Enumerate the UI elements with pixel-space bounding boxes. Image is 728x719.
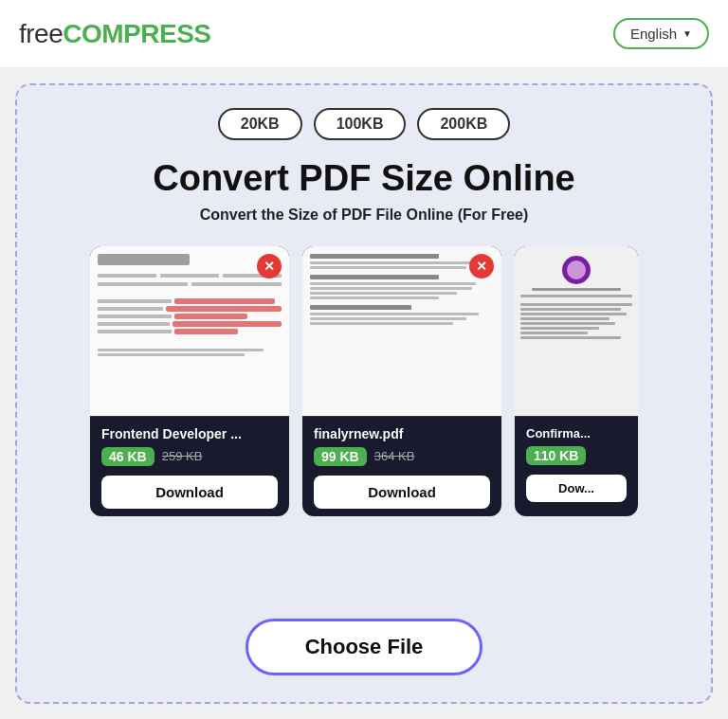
cert-line — [520, 308, 621, 311]
card-3-filename: Confirma... — [526, 426, 627, 440]
card-3-preview — [515, 246, 638, 417]
page-title: Convert PDF Size Online — [153, 159, 575, 199]
bar-label — [98, 315, 172, 318]
item-title — [310, 305, 411, 310]
cert-line — [520, 317, 610, 320]
cert-logo — [562, 256, 591, 284]
header: freeCOMPRESS English ▼ — [0, 0, 728, 68]
card-3-info: Confirma... 110 KB Dow... — [515, 417, 638, 510]
text-line — [98, 349, 264, 351]
preview-row — [98, 274, 282, 278]
download-button-1[interactable]: Download — [101, 476, 278, 509]
text-block — [191, 282, 282, 286]
bar-fill — [174, 314, 248, 319]
bar-row — [98, 306, 282, 312]
cert-line — [520, 322, 615, 325]
card-1-size-old: 259 KB — [162, 449, 203, 463]
choose-file-button[interactable]: Choose File — [246, 619, 483, 675]
logo: freeCOMPRESS — [19, 19, 211, 49]
card-1-info: Frontend Developer ... 46 KB 259 KB Down… — [90, 417, 289, 516]
main-content: 20KB 100KB 200KB Convert PDF Size Online… — [15, 83, 713, 704]
text-block — [160, 274, 219, 278]
numbered-item-2 — [310, 275, 494, 299]
item-title — [310, 275, 439, 279]
card-2-size-old: 364 KB — [374, 449, 415, 463]
bottom-text — [98, 349, 282, 356]
card-2-filename: finalyrnew.pdf — [314, 426, 490, 441]
item-text — [310, 322, 453, 325]
file-cards-row: ✕ Frontend Developer ... 46 KB 259 KB Do… — [36, 246, 692, 516]
cert-line — [520, 327, 599, 330]
item-title — [310, 254, 439, 259]
cert-lines — [520, 303, 632, 339]
card-1-sizes: 46 KB 259 KB — [101, 447, 278, 466]
size-pill-200kb[interactable]: 200KB — [417, 108, 510, 140]
bar-row — [98, 298, 282, 304]
bar-fill — [174, 329, 239, 334]
cert-line — [520, 332, 588, 334]
cert-logo-inner — [567, 261, 586, 279]
file-card-2: ✕ finalyrnew.pdf 99 KB 364 KB Download — [302, 246, 501, 516]
bar-label — [98, 330, 172, 333]
numbered-item-3 — [310, 305, 494, 325]
item-text — [310, 313, 479, 315]
logo-free-text: free — [19, 19, 63, 49]
download-button-2[interactable]: Download — [314, 476, 490, 509]
text-line — [98, 353, 245, 356]
item-text — [310, 287, 472, 290]
bar-label — [98, 299, 172, 303]
preview-header-1 — [98, 254, 190, 265]
item-text — [310, 266, 466, 269]
logo-compress-text: COMPRESS — [63, 19, 210, 49]
size-pill-20kb[interactable]: 20KB — [218, 108, 302, 140]
card-3-content — [515, 246, 638, 345]
card-2-sizes: 99 KB 364 KB — [314, 447, 490, 466]
card-2-preview: ✕ — [302, 246, 501, 417]
close-button-2[interactable]: ✕ — [469, 254, 494, 279]
text-block — [98, 282, 188, 286]
bar-fill — [173, 321, 282, 327]
preview-row — [98, 282, 282, 286]
bar-row — [98, 314, 282, 319]
download-button-3[interactable]: Dow... — [526, 475, 627, 502]
cert-line — [520, 295, 632, 297]
cert-title — [532, 288, 621, 291]
bar-label — [98, 322, 170, 326]
close-button-1[interactable]: ✕ — [257, 254, 282, 279]
text-block — [98, 274, 156, 278]
file-card-1: ✕ Frontend Developer ... 46 KB 259 KB Do… — [90, 246, 289, 516]
bar-section — [98, 298, 282, 336]
card-2-size-new: 99 KB — [314, 447, 367, 466]
card-3-sizes: 110 KB — [526, 446, 627, 465]
item-text — [310, 261, 484, 264]
card-1-preview: ✕ — [90, 246, 289, 417]
bar-row — [98, 321, 282, 327]
item-text — [310, 297, 439, 299]
language-label: English — [630, 26, 677, 42]
card-2-info: finalyrnew.pdf 99 KB 364 KB Download — [302, 417, 501, 516]
size-pills-row: 20KB 100KB 200KB — [218, 108, 511, 140]
card-1-filename: Frontend Developer ... — [101, 426, 278, 441]
bar-fill — [166, 306, 282, 312]
page-subtitle: Convert the Size of PDF File Online (For… — [200, 207, 529, 224]
card-1-size-new: 46 KB — [101, 447, 155, 466]
item-text — [310, 292, 457, 295]
chevron-down-icon: ▼ — [682, 28, 692, 39]
bar-fill — [174, 298, 276, 304]
item-text — [310, 317, 466, 320]
cert-line — [520, 336, 621, 339]
file-card-3: Confirma... 110 KB Dow... — [515, 246, 638, 516]
size-pill-100kb[interactable]: 100KB — [314, 108, 407, 140]
bar-label — [98, 307, 163, 311]
numbered-item-1 — [310, 254, 494, 269]
cert-line — [520, 313, 627, 315]
card-3-size-new: 110 KB — [526, 446, 586, 465]
bar-row — [98, 329, 282, 334]
language-selector[interactable]: English ▼ — [613, 18, 709, 49]
cert-line — [520, 303, 632, 306]
item-text — [310, 282, 476, 285]
